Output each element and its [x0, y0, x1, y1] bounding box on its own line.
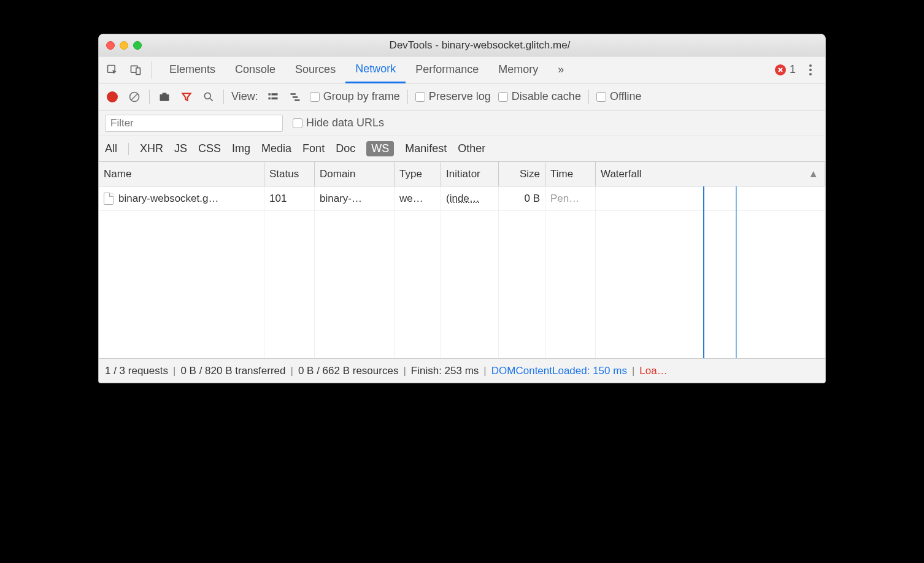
- svg-rect-11: [290, 93, 295, 95]
- record-button[interactable]: [105, 90, 120, 104]
- cell-domain: binary-…: [315, 186, 395, 210]
- col-header-waterfall[interactable]: Waterfall ▲: [596, 162, 825, 186]
- network-statusbar: 1 / 3 requests| 0 B / 820 B transferred|…: [99, 358, 825, 383]
- col-header-initiator[interactable]: Initiator: [441, 162, 499, 186]
- cell-waterfall: [596, 186, 825, 210]
- filter-xhr[interactable]: XHR: [140, 142, 163, 155]
- network-grid-body: binary-websocket.g… 101 binary-… we… (in…: [99, 186, 825, 358]
- filter-input[interactable]: [105, 115, 283, 132]
- traffic-lights: [106, 41, 142, 50]
- tab-console[interactable]: Console: [225, 56, 285, 83]
- zoom-window-button[interactable]: [133, 41, 142, 50]
- hide-data-urls-checkbox[interactable]: Hide data URLs: [293, 117, 384, 129]
- filter-img[interactable]: Img: [232, 142, 250, 155]
- cell-size: 0 B: [499, 186, 545, 210]
- col-header-type[interactable]: Type: [395, 162, 441, 186]
- svg-rect-13: [295, 99, 299, 101]
- svg-rect-12: [293, 96, 298, 98]
- filter-row: Hide data URLs: [99, 110, 825, 136]
- svg-rect-9: [268, 97, 270, 99]
- filter-other[interactable]: Other: [458, 142, 485, 155]
- status-resources: 0 B / 662 B resources: [298, 365, 398, 377]
- sort-arrow-icon: ▲: [808, 168, 818, 180]
- tabs-overflow[interactable]: »: [548, 56, 574, 83]
- svg-rect-4: [160, 94, 169, 101]
- filter-doc[interactable]: Doc: [336, 142, 355, 155]
- col-header-status[interactable]: Status: [264, 162, 315, 186]
- tab-performance[interactable]: Performance: [406, 56, 488, 83]
- table-row[interactable]: binary-websocket.g… 101 binary-… we… (in…: [99, 186, 825, 211]
- tab-memory[interactable]: Memory: [488, 56, 548, 83]
- filter-manifest[interactable]: Manifest: [405, 142, 447, 155]
- tab-sources[interactable]: Sources: [285, 56, 345, 83]
- status-transferred: 0 B / 820 B transferred: [180, 365, 285, 377]
- cell-time: Pen…: [545, 186, 596, 210]
- svg-rect-10: [271, 97, 277, 99]
- network-toolbar: View: Group by frame Preserve log Disabl…: [99, 83, 825, 110]
- window-title: DevTools - binary-websocket.glitch.me/: [142, 39, 818, 52]
- status-finish: Finish: 253 ms: [411, 365, 479, 377]
- svg-point-6: [204, 93, 210, 99]
- capture-screenshots-icon[interactable]: [157, 90, 172, 104]
- status-load: Loa…: [639, 365, 667, 377]
- svg-rect-8: [271, 93, 277, 95]
- col-header-domain[interactable]: Domain: [315, 162, 395, 186]
- close-window-button[interactable]: [106, 41, 115, 50]
- col-header-name[interactable]: Name: [99, 162, 264, 186]
- window-titlebar: DevTools - binary-websocket.glitch.me/: [99, 34, 825, 56]
- filter-css[interactable]: CSS: [198, 142, 221, 155]
- waterfall-view-icon[interactable]: [288, 90, 302, 104]
- devtools-tabbar: Elements Console Sources Network Perform…: [99, 56, 825, 83]
- settings-menu-icon[interactable]: [809, 69, 812, 71]
- view-label: View:: [231, 90, 258, 103]
- svg-rect-7: [268, 93, 270, 95]
- file-icon: [104, 193, 114, 205]
- filter-js[interactable]: JS: [174, 142, 187, 155]
- status-requests: 1 / 3 requests: [105, 365, 168, 377]
- large-rows-icon[interactable]: [266, 90, 280, 104]
- filter-all[interactable]: All: [105, 142, 117, 155]
- network-grid-header: Name Status Domain Type Initiator Size T…: [99, 162, 825, 186]
- minimize-window-button[interactable]: [120, 41, 128, 50]
- inspect-icon[interactable]: [104, 61, 121, 79]
- tab-elements[interactable]: Elements: [160, 56, 225, 83]
- device-toggle-icon[interactable]: [127, 61, 144, 79]
- type-filters: All XHR JS CSS Img Media Font Doc WS Man…: [99, 136, 825, 162]
- group-by-frame-checkbox[interactable]: Group by frame: [310, 90, 400, 103]
- search-icon[interactable]: [201, 90, 216, 104]
- status-dcl: DOMContentLoaded: 150 ms: [491, 365, 627, 377]
- svg-rect-2: [136, 67, 141, 74]
- filter-font[interactable]: Font: [302, 142, 325, 155]
- col-header-time[interactable]: Time: [545, 162, 596, 186]
- cell-initiator[interactable]: (inde…: [446, 193, 480, 205]
- devtools-window: DevTools - binary-websocket.glitch.me/ E…: [98, 34, 826, 383]
- cell-name: binary-websocket.g…: [118, 193, 218, 205]
- tab-network[interactable]: Network: [345, 57, 406, 83]
- error-icon: [775, 64, 786, 75]
- clear-button[interactable]: [127, 90, 142, 104]
- cell-status: 101: [264, 186, 315, 210]
- filter-ws[interactable]: WS: [366, 141, 394, 156]
- svg-rect-5: [163, 93, 167, 94]
- filter-media[interactable]: Media: [261, 142, 291, 155]
- filter-icon[interactable]: [179, 90, 194, 104]
- error-count-badge[interactable]: 1: [775, 63, 796, 76]
- col-header-size[interactable]: Size: [499, 162, 545, 186]
- disable-cache-checkbox[interactable]: Disable cache: [498, 90, 581, 103]
- cell-type: we…: [395, 186, 441, 210]
- preserve-log-checkbox[interactable]: Preserve log: [415, 90, 491, 103]
- offline-checkbox[interactable]: Offline: [596, 90, 642, 103]
